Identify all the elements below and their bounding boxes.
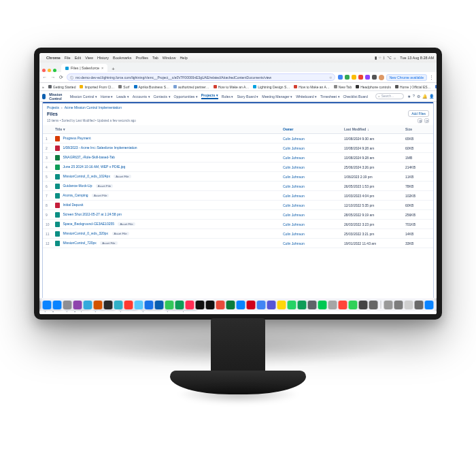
dock-app-icon[interactable] — [39, 301, 41, 309]
user-avatar-icon[interactable]: 👤 — [429, 94, 434, 99]
dock-app-icon[interactable] — [277, 301, 286, 309]
nav-tab-contacts[interactable]: Contacts ▾ — [154, 95, 171, 99]
dock-app-icon[interactable] — [63, 301, 72, 309]
forward-button[interactable]: → — [50, 75, 56, 80]
tab-close-icon[interactable]: × — [101, 66, 103, 70]
col-size[interactable]: Size — [403, 125, 433, 134]
browser-tab-active[interactable]: Files | Salesforce × — [61, 64, 107, 72]
dock-app-icon[interactable] — [415, 301, 424, 309]
mac-menu-item[interactable]: Tab — [152, 56, 158, 60]
dock-app-icon[interactable] — [247, 301, 256, 309]
extension-icon[interactable] — [358, 75, 363, 80]
file-owner-link[interactable]: Colin Johnson — [280, 134, 341, 143]
nav-tab-opportunities[interactable]: Opportunities ▾ — [174, 95, 198, 99]
spotlight-icon[interactable]: ⌕ — [394, 56, 396, 60]
dock-app-icon[interactable] — [94, 301, 103, 309]
dock-app-icon[interactable] — [318, 301, 327, 309]
file-owner-link[interactable]: Colin Johnson — [280, 201, 341, 210]
nav-tab-whiteboard[interactable]: Whiteboard ▾ — [296, 95, 317, 99]
dock-app-icon[interactable] — [328, 301, 337, 309]
bookmarks-overflow[interactable]: » — [42, 85, 44, 89]
file-title-link[interactable]: Screen Shot 2022-05-27 at 1:24:58 pm — [63, 212, 121, 216]
dock-app-icon[interactable] — [43, 301, 52, 309]
bookmark-item[interactable]: Getting Started — [48, 85, 76, 89]
dock-app-icon[interactable] — [369, 301, 378, 309]
back-button[interactable]: ← — [42, 75, 48, 80]
dock-app-icon[interactable] — [425, 301, 434, 309]
dock-app-icon[interactable] — [155, 301, 164, 309]
profile-avatar[interactable] — [379, 75, 384, 80]
file-title-link[interactable]: Aroma_Camping — [63, 193, 88, 197]
favorites-icon[interactable]: ★ — [407, 94, 411, 99]
dock-app-icon[interactable] — [84, 301, 92, 309]
extension-icon[interactable] — [338, 75, 343, 80]
file-title-cell[interactable]: Aroma_Camping Asset File — [52, 191, 280, 201]
dock-app-icon[interactable] — [288, 301, 296, 309]
nav-tab-mission-control[interactable]: Mission Control ▾ — [70, 95, 97, 99]
nav-tab-timesheet[interactable]: Timesheet ▾ — [320, 95, 339, 99]
file-title-cell[interactable]: MissionControl_720px Asset File — [52, 239, 280, 248]
dock-app-icon[interactable] — [186, 301, 194, 309]
nav-tab-projects[interactable]: Projects ▾ — [201, 93, 218, 99]
file-title-cell[interactable]: MissionControl_0_wds_320px Asset File — [52, 229, 280, 239]
file-title-link[interactable]: Guidance-Mock-Up — [63, 184, 92, 188]
mac-menu-item[interactable]: View — [85, 56, 93, 60]
dock-app-icon[interactable] — [359, 301, 368, 309]
file-title-cell[interactable]: SNAGR637_-Role-Skill-based-Tab — [52, 153, 280, 163]
table-row[interactable]: 10 Space_Background-CE3AE10255 Asset Fil… — [43, 220, 433, 229]
dock-app-icon[interactable] — [308, 301, 317, 309]
notifications-bell-icon[interactable]: 🔔 — [422, 94, 427, 99]
dock-app-icon[interactable] — [53, 301, 62, 309]
bookmark-item[interactable]: How to Make an A… — [214, 85, 250, 89]
chrome-update-pill[interactable]: New Chrome available — [386, 74, 427, 81]
extension-icon[interactable] — [352, 75, 356, 80]
dock-app-icon[interactable] — [73, 301, 82, 309]
file-title-link[interactable]: 1/08/2023 - Acme Inc::Salesforce Impleme… — [63, 146, 137, 150]
nav-tab-meeting-manager[interactable]: Meeting Manager ▾ — [262, 95, 292, 99]
mac-menu-item[interactable]: File — [65, 56, 71, 60]
table-row[interactable]: 5 MissionControl_0_wds_1024px Asset File… — [43, 172, 433, 182]
bookmark-item[interactable]: Surf — [118, 85, 129, 89]
dock-app-icon[interactable] — [339, 301, 347, 309]
nav-tab-accounts[interactable]: Accounts ▾ — [133, 95, 150, 99]
file-title-cell[interactable]: June 25 2024 10:16 AM, WEP x PDIE.jpg — [52, 163, 280, 172]
table-row[interactable]: 9 Screen Shot 2022-05-27 at 1:24:58 pm C… — [43, 210, 433, 220]
list-refresh-icon[interactable]: ⟳ — [424, 118, 429, 123]
extensions-puzzle-icon[interactable] — [372, 75, 377, 80]
file-title-cell[interactable]: Initial Deposit — [52, 201, 280, 210]
file-owner-link[interactable]: Colin Johnson — [280, 229, 341, 239]
bookmark-item[interactable]: New Tab — [334, 85, 352, 89]
dock-app-icon[interactable] — [267, 301, 276, 309]
file-owner-link[interactable]: Colin Johnson — [280, 210, 341, 220]
add-files-button[interactable]: Add Files — [408, 110, 429, 117]
extension-icon[interactable] — [365, 75, 370, 80]
nav-tab-home[interactable]: Home ▾ — [101, 95, 113, 99]
file-title-link[interactable]: MissionControl_0_wds_1024px — [63, 174, 110, 178]
nav-tab-checklist-board[interactable]: Checklist Board ▾ — [343, 95, 369, 99]
file-owner-link[interactable]: Colin Johnson — [280, 172, 341, 182]
dock-app-icon[interactable] — [257, 301, 266, 309]
mac-menu-item[interactable]: Chrome — [46, 56, 61, 60]
nav-tab-leads[interactable]: Leads ▾ — [116, 95, 129, 99]
dock-app-icon[interactable] — [394, 301, 403, 309]
table-row[interactable]: 11 MissionControl_0_wds_320px Asset File… — [43, 229, 433, 239]
file-title-cell[interactable]: Guidance-Mock-Up Asset File — [52, 182, 280, 191]
file-title-cell[interactable]: Screen Shot 2022-05-27 at 1:24:58 pm — [52, 210, 280, 220]
dock-app-icon[interactable] — [216, 301, 225, 309]
bookmark-item[interactable]: authorized partner… — [173, 85, 209, 89]
table-row[interactable]: 8 Initial Deposit Colin Johnson 12/10/20… — [43, 201, 433, 210]
app-launcher-icon[interactable] — [42, 94, 46, 99]
mac-menu-item[interactable]: History — [97, 56, 109, 60]
dock-app-icon[interactable] — [104, 301, 113, 309]
file-title-link[interactable]: SNAGR637_-Role-Skill-based-Tab — [63, 155, 115, 159]
bookmark-item[interactable]: Aprika Business S… — [134, 85, 170, 89]
mac-menu-item[interactable]: Window — [163, 56, 176, 60]
dock-app-icon[interactable] — [206, 301, 215, 309]
bookmark-star-icon[interactable]: ☆ — [329, 75, 332, 80]
bookmark-item[interactable]: Login – AIAE — [435, 85, 437, 89]
new-tab-button[interactable]: + — [109, 66, 117, 72]
mac-menu-item[interactable]: Bookmarks — [113, 56, 132, 60]
bookmark-item[interactable]: Home | Official ES… — [395, 85, 431, 89]
file-title-link[interactable]: June 25 2024 10:16 AM, WEP x PDIE.jpg — [63, 165, 125, 169]
table-row[interactable]: 1 Progress Payment Colin Johnson 10/08/2… — [43, 134, 433, 143]
